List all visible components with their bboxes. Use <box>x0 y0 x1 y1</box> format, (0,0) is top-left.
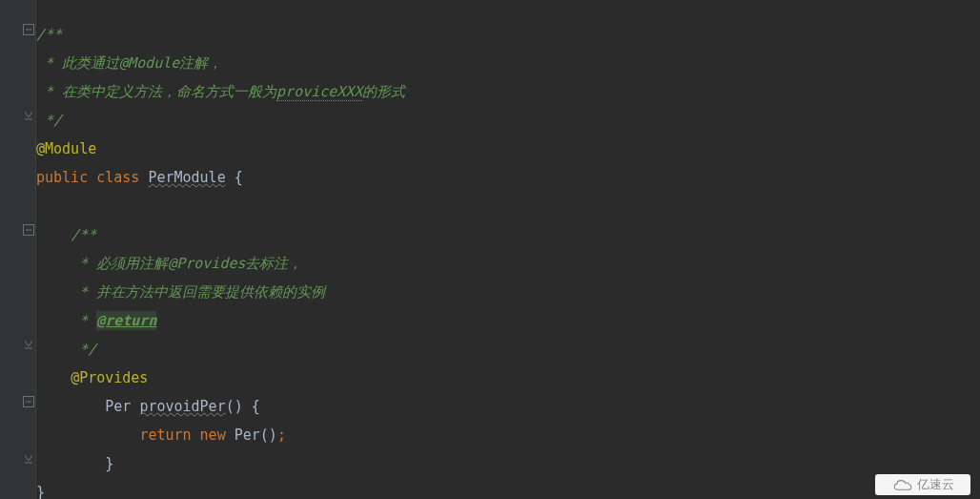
class-name: PerModule <box>148 169 225 186</box>
doc-comment-end: */ <box>36 112 62 129</box>
doc-comment-line: * 在类中定义方法，命名方式一般为 <box>36 83 276 100</box>
fold-icon-close[interactable] <box>23 339 34 350</box>
brace-close: } <box>36 484 45 499</box>
doc-comment-line: * 并在方法中返回需要提供依赖的实例 <box>71 283 325 301</box>
doc-comment-line: 的形式 <box>362 83 405 100</box>
fold-icon-open[interactable] <box>23 224 34 236</box>
doc-comment-start: /** <box>36 26 62 43</box>
keyword-new: new <box>200 426 226 444</box>
annotation-module: @Module <box>36 140 96 157</box>
doc-comment-line: * 此类通过@Module注解， <box>36 54 222 72</box>
brace-open: { <box>243 398 260 415</box>
doc-tag-return: @return <box>96 311 156 330</box>
doc-comment-end: */ <box>71 341 96 358</box>
keyword-class: class <box>96 169 139 186</box>
watermark-text: 亿速云 <box>917 470 954 499</box>
fold-icon-close[interactable] <box>23 110 34 121</box>
brace-close: } <box>105 455 113 472</box>
watermark-logo: 亿速云 <box>875 474 970 495</box>
doc-comment-link: proviceXXX <box>276 83 362 101</box>
gutter <box>0 0 36 499</box>
parens: () <box>260 426 277 444</box>
fold-icon-open[interactable] <box>23 396 34 407</box>
brace-open: { <box>226 169 243 186</box>
fold-icon-close[interactable] <box>23 453 34 465</box>
constructor-name: Per <box>235 426 260 444</box>
semicolon: ; <box>277 426 286 444</box>
parens: () <box>226 398 243 415</box>
return-type: Per <box>105 398 131 415</box>
method-name: provoidPer <box>139 398 225 415</box>
fold-icon-open[interactable] <box>23 24 34 35</box>
code-editor[interactable]: /** * 此类通过@Module注解， * 在类中定义方法，命名方式一般为pr… <box>36 0 980 499</box>
cloud-icon <box>892 478 913 491</box>
doc-comment-start: /** <box>71 226 96 243</box>
doc-comment-prefix: * <box>71 312 96 329</box>
annotation-provides: @Provides <box>71 369 148 386</box>
keyword-public: public <box>36 169 88 186</box>
doc-comment-line: * 必须用注解@Provides去标注， <box>71 255 302 272</box>
keyword-return: return <box>139 426 191 444</box>
